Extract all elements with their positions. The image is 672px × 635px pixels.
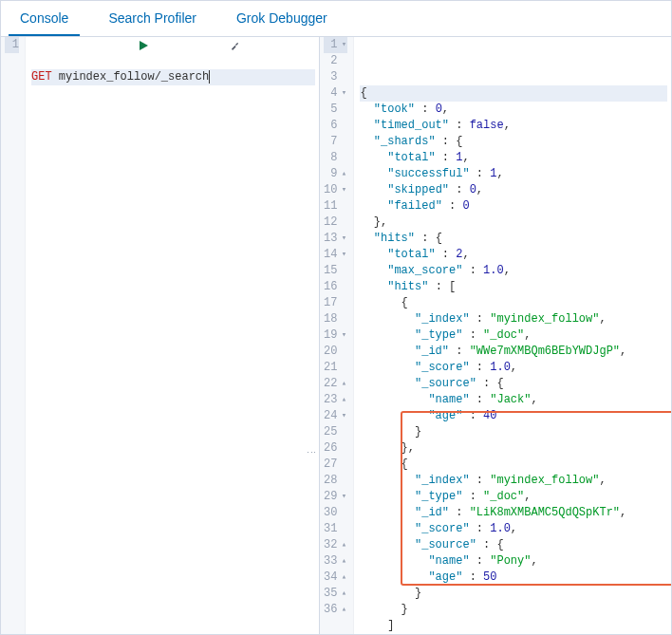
wrench-icon[interactable] — [230, 8, 311, 84]
http-method: GET — [31, 70, 52, 84]
console-panels: 1 GET myindex_follow/_search ⋮ 1▾234▾567… — [1, 37, 671, 634]
request-gutter: 1 — [1, 37, 26, 634]
tab-bar: Console Search Profiler Grok Debugger — [1, 1, 671, 37]
request-editor[interactable]: 1 GET myindex_follow/_search ⋮ — [1, 37, 320, 634]
response-viewer[interactable]: 1▾234▾56789▴10▾111213▾14▾1516171819▾2021… — [320, 37, 671, 634]
play-icon[interactable] — [138, 8, 219, 84]
request-code[interactable]: GET myindex_follow/_search — [26, 37, 319, 634]
tab-console[interactable]: Console — [9, 1, 80, 36]
response-gutter: 1▾234▾56789▴10▾111213▾14▾1516171819▾2021… — [320, 37, 354, 634]
panel-resize-handle[interactable]: ⋮ — [302, 447, 318, 458]
response-code: { "took" : 0, "timed_out" : false, "_sha… — [354, 37, 671, 634]
